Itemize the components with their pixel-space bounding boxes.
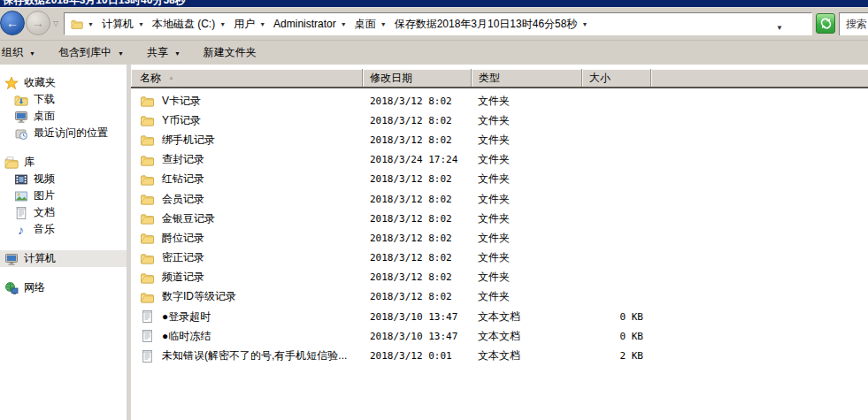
breadcrumb-dropdown-icon[interactable]: ▼ [579, 20, 590, 27]
forward-button[interactable]: → [26, 11, 50, 35]
column-header-type[interactable]: 类型 [472, 69, 582, 87]
file-name-cell[interactable]: 查封记录 [131, 152, 363, 167]
main-area: 收藏夹 下载 桌面 最近访问的位置 库 视频 [0, 65, 868, 420]
refresh-button[interactable] [816, 13, 835, 34]
table-row[interactable]: 频道记录 2018/3/12 8:02 文件夹 [131, 268, 868, 287]
title-bar[interactable]: 保存数据2018年3月10日13时46分58秒 [0, 0, 868, 8]
file-name-cell[interactable]: 金银豆记录 [131, 211, 363, 226]
address-history-dropdown-icon[interactable]: ▼ [776, 24, 783, 32]
include-in-library-button[interactable]: 包含到库中▼ [53, 43, 129, 63]
breadcrumb-dropdown-icon[interactable]: ▼ [257, 20, 268, 27]
table-row[interactable]: 爵位记录 2018/3/12 8:02 文件夹 [131, 228, 868, 248]
breadcrumb-administrator[interactable]: Administrator [268, 18, 338, 30]
file-name-cell[interactable]: 未知错误(解密不了的号,有手机短信验... [131, 348, 363, 363]
sidebar-item-downloads[interactable]: 下载 [0, 91, 127, 108]
breadcrumb-dropdown-icon[interactable]: ▼ [338, 20, 350, 27]
file-name-cell[interactable]: 绑手机记录 [131, 133, 363, 148]
sidebar-item-pictures[interactable]: 图片 [0, 187, 127, 204]
file-name: 红钻记录 [162, 172, 204, 187]
sidebar-group-gap [0, 141, 127, 154]
address-bar[interactable]: ▼ 计算机▼ 本地磁盘 (C:)▼ 用户▼ Administrator▼ 桌面▼… [64, 12, 812, 35]
folder-icon [140, 290, 155, 304]
recent-pages-dropdown-icon[interactable]: ▽ [53, 19, 58, 27]
file-date-cell: 2018/3/12 0:01 [363, 350, 472, 362]
file-name-cell[interactable]: V卡记录 [131, 94, 363, 109]
file-name-cell[interactable]: ●临时冻结 [131, 329, 363, 344]
sort-ascending-icon: ▲ [168, 74, 174, 82]
text-document-icon [140, 309, 155, 324]
table-row[interactable]: 绑手机记录 2018/3/12 8:02 文件夹 [131, 130, 868, 149]
file-name: 会员记录 [162, 192, 204, 207]
table-row[interactable]: 金银豆记录 2018/3/12 8:02 文件夹 [131, 209, 868, 228]
file-name: 金银豆记录 [162, 211, 215, 226]
table-row[interactable]: 红钻记录 2018/3/12 8:02 文件夹 [131, 170, 868, 189]
table-row[interactable]: 密正记录 2018/3/12 8:02 文件夹 [131, 248, 868, 268]
table-row[interactable]: ●登录超时 2018/3/10 13:47 文本文档 0 KB [131, 307, 868, 326]
computer-icon [4, 252, 19, 266]
file-type-cell: 文件夹 [472, 289, 582, 304]
folder-icon [140, 231, 155, 245]
file-type-cell: 文件夹 [472, 94, 582, 109]
sidebar-item-documents[interactable]: 文档 [0, 204, 127, 221]
breadcrumb-dropdown-icon[interactable]: ▼ [85, 20, 96, 27]
file-date-cell: 2018/3/10 13:47 [363, 331, 472, 342]
breadcrumb-computer[interactable]: 计算机 [96, 17, 135, 32]
file-name-cell[interactable]: 红钻记录 [131, 172, 363, 187]
pictures-icon [13, 189, 28, 203]
breadcrumb-desktop[interactable]: 桌面 [350, 17, 378, 32]
file-type-cell: 文件夹 [472, 231, 582, 246]
column-header-size[interactable]: 大小 [582, 69, 651, 87]
file-type-cell: 文件夹 [472, 270, 582, 285]
organize-button[interactable]: 组织▼ [0, 43, 41, 63]
breadcrumb-dropdown-icon[interactable]: ▼ [135, 20, 147, 27]
file-date-cell: 2018/3/12 8:02 [363, 213, 472, 225]
breadcrumb: 计算机▼ 本地磁盘 (C:)▼ 用户▼ Administrator▼ 桌面▼ 保… [96, 17, 590, 32]
file-list: 名称 ▲ 修改日期 类型 大小 V卡记录 2018/3/12 8:02 文件夹 … [131, 65, 868, 420]
file-name-cell[interactable]: Y币记录 [131, 113, 363, 128]
column-header-date-modified[interactable]: 修改日期 [363, 69, 472, 87]
search-input[interactable]: 搜索 保 [839, 12, 868, 35]
file-type-cell: 文件夹 [472, 133, 582, 148]
folder-icon [140, 211, 155, 225]
table-row[interactable]: Y币记录 2018/3/12 8:02 文件夹 [131, 111, 868, 130]
sidebar-item-network[interactable]: 网络 [0, 279, 127, 296]
table-row[interactable]: 未知错误(解密不了的号,有手机短信验... 2018/3/12 0:01 文本文… [131, 346, 868, 365]
sidebar-item-desktop[interactable]: 桌面 [0, 108, 127, 125]
table-row[interactable]: V卡记录 2018/3/12 8:02 文件夹 [131, 91, 868, 111]
share-button[interactable]: 共享▼ [142, 43, 186, 63]
explorer-window: 保存数据2018年3月10日13时46分58秒 ← → ▽ ▼ 计算机▼ 本地磁… [0, 0, 868, 420]
file-name-cell[interactable]: ●登录超时 [131, 309, 363, 325]
sidebar-item-libraries[interactable]: 库 [0, 154, 127, 171]
column-header-name[interactable]: 名称 ▲ [131, 69, 363, 87]
table-row[interactable]: 查封记录 2018/3/24 17:24 文件夹 [131, 150, 868, 170]
breadcrumb-current-folder[interactable]: 保存数据2018年3月10日13时46分58秒 [389, 17, 580, 32]
file-date-cell: 2018/3/12 8:02 [363, 291, 472, 302]
file-date-cell: 2018/3/12 8:02 [363, 252, 472, 263]
sidebar-item-favorites[interactable]: 收藏夹 [0, 74, 127, 91]
sidebar-item-computer[interactable]: 计算机 [0, 250, 127, 267]
sidebar-item-videos[interactable]: 视频 [0, 171, 127, 187]
table-row[interactable]: 数字ID等级记录 2018/3/12 8:02 文件夹 [131, 287, 868, 307]
back-button[interactable]: ← [0, 11, 25, 35]
sidebar-item-recent-places[interactable]: 最近访问的位置 [0, 125, 127, 141]
folder-icon [140, 192, 155, 206]
file-name: 爵位记录 [162, 231, 204, 246]
breadcrumb-users[interactable]: 用户 [228, 17, 257, 32]
file-type-cell: 文件夹 [472, 172, 582, 187]
breadcrumb-local-disk-c[interactable]: 本地磁盘 (C:) [147, 17, 217, 32]
file-size-cell: 0 KB [582, 331, 651, 342]
file-name-cell[interactable]: 会员记录 [131, 192, 363, 207]
table-row[interactable]: ●临时冻结 2018/3/10 13:47 文本文档 0 KB [131, 326, 868, 346]
file-name-cell[interactable]: 爵位记录 [131, 231, 363, 246]
table-row[interactable]: 会员记录 2018/3/12 8:02 文件夹 [131, 189, 868, 209]
file-name-cell[interactable]: 密正记录 [131, 250, 363, 265]
file-name: 绑手机记录 [162, 133, 215, 148]
new-folder-button[interactable]: 新建文件夹 [198, 43, 262, 63]
file-name: ●临时冻结 [162, 329, 211, 344]
breadcrumb-dropdown-icon[interactable]: ▼ [378, 20, 389, 27]
breadcrumb-dropdown-icon[interactable]: ▼ [217, 20, 228, 27]
folder-icon [140, 113, 155, 127]
sidebar-item-music[interactable]: ♪ 音乐 [0, 221, 127, 238]
file-name-cell[interactable]: 数字ID等级记录 [131, 289, 363, 304]
file-name-cell[interactable]: 频道记录 [131, 270, 363, 285]
